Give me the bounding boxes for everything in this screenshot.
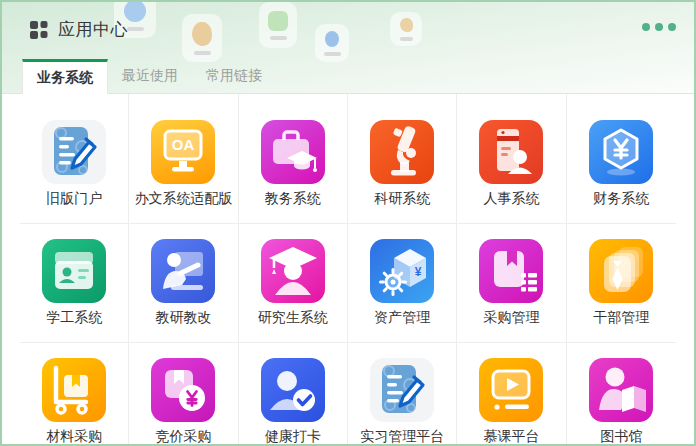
app-center-window: 应用中心 业务系统 最近使用 常用链接 [0,0,696,446]
app-student-affairs[interactable]: 学工系统 [20,224,129,343]
cube-gear-icon: ¥ [370,239,434,303]
student-card-icon [42,239,106,303]
svg-text:¥: ¥ [415,265,422,279]
teacher-board-icon [151,239,215,303]
app-label: 材料采购 [46,428,102,446]
app-label: 健康打卡 [265,428,321,446]
app-asset-management[interactable]: ¥ 资产管理 [348,224,457,343]
hexagon-yuan-icon [589,120,653,184]
app-label: 竞价采购 [155,428,211,446]
app-material-purchase[interactable]: 材料采购 [20,343,129,446]
video-play-icon [479,358,543,422]
decoration-tile [182,14,222,62]
app-bidding-purchase[interactable]: 竞价采购 [129,343,238,446]
app-graduate-system[interactable]: 研究生系统 [239,224,348,343]
app-label: 财务系统 [593,190,649,208]
app-label: 教研教改 [155,309,211,327]
app-label: 办文系统适配版 [134,190,232,208]
app-mooc-platform[interactable]: 慕课平台 [457,343,566,446]
person-book-icon [589,358,653,422]
decoration-tile [259,2,297,48]
document-pen-icon [370,358,434,422]
tie-badge-icon [589,239,653,303]
app-label: 干部管理 [593,309,649,327]
app-procurement-management[interactable]: 采购管理 [457,224,566,343]
app-label: 教务系统 [265,190,321,208]
app-label: 学工系统 [46,309,102,327]
app-label: 研究生系统 [258,309,328,327]
book-list-icon [479,239,543,303]
app-cadre-management[interactable]: 干部管理 [567,224,676,343]
app-research-system[interactable]: 科研系统 [348,94,457,224]
app-teaching-research[interactable]: 教研教改 [129,224,238,343]
microscope-icon [370,120,434,184]
tab-business-systems[interactable]: 业务系统 [22,59,108,94]
app-label: 旧版门户 [46,190,102,208]
svg-text:OA: OA [172,136,195,153]
app-label: 实习管理平台 [360,428,444,446]
header-bar: 应用中心 [2,2,694,59]
app-label: 人事系统 [483,190,539,208]
idcard-person-icon [479,120,543,184]
decoration-tile [390,12,422,46]
app-grid: 旧版门户 OA 办文系统适配版 [20,94,676,444]
app-label: 资产管理 [374,309,430,327]
app-finance-system[interactable]: 财务系统 [567,94,676,224]
tab-recently-used[interactable]: 最近使用 [108,59,192,93]
app-label: 科研系统 [374,190,430,208]
tab-bar: 业务系统 最近使用 常用链接 [2,59,694,94]
tab-common-links[interactable]: 常用链接 [192,59,276,93]
app-academic-affairs[interactable]: 教务系统 [239,94,348,224]
oa-monitor-icon: OA [151,120,215,184]
decoration-tile [315,24,349,62]
graduate-person-icon [261,239,325,303]
app-label: 采购管理 [483,309,539,327]
box-yuan-coin-icon [151,358,215,422]
app-label: 图书馆 [600,428,642,446]
app-library[interactable]: 图书馆 [567,343,676,446]
trolley-box-icon [42,358,106,422]
app-label: 慕课平台 [483,428,539,446]
person-check-icon [261,358,325,422]
app-internship-platform[interactable]: 实习管理平台 [348,343,457,446]
page-title: 应用中心 [58,18,128,41]
document-pen-icon [42,120,106,184]
briefcase-gradcap-icon [261,120,325,184]
app-health-checkin[interactable]: 健康打卡 [239,343,348,446]
ellipsis-menu-icon[interactable] [642,23,676,31]
header-area: 应用中心 业务系统 最近使用 常用链接 [2,2,694,94]
app-old-portal[interactable]: 旧版门户 [20,94,129,224]
app-hr-system[interactable]: 人事系统 [457,94,566,224]
app-oa-system[interactable]: OA 办文系统适配版 [129,94,238,224]
apps-grid-icon [30,21,48,39]
